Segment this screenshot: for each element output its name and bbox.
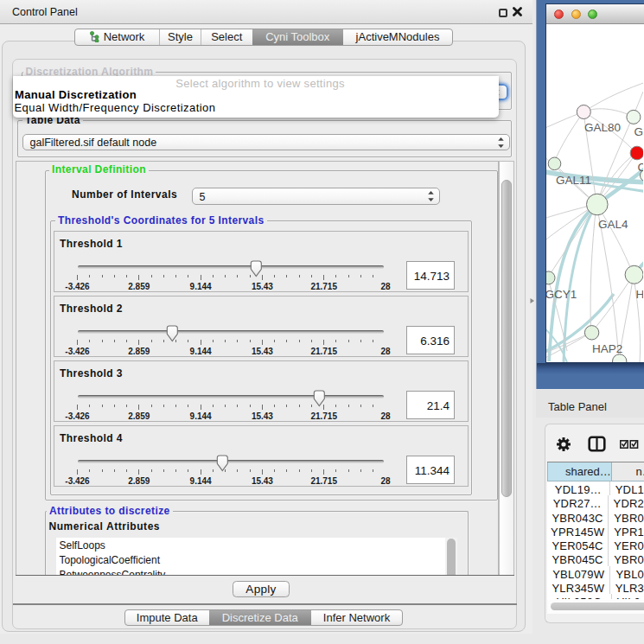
svg-text:HAP2: HAP2: [592, 342, 622, 355]
svg-text:C: C: [637, 161, 643, 174]
svg-text:GAL11: GAL11: [556, 174, 591, 187]
svg-text:GCY1: GCY1: [546, 288, 577, 301]
svg-text:GAL80: GAL80: [584, 121, 621, 134]
svg-text:H: H: [635, 288, 643, 301]
svg-text:GAL4: GAL4: [598, 218, 628, 231]
svg-text:GA: GA: [634, 125, 643, 138]
